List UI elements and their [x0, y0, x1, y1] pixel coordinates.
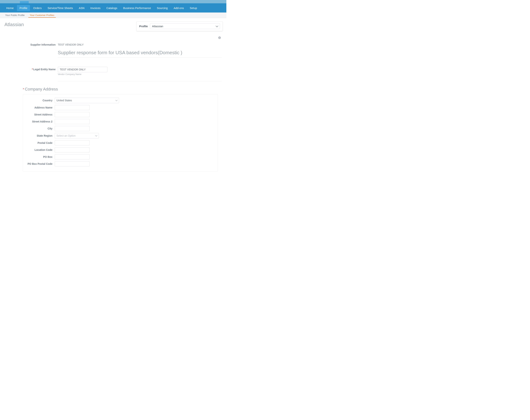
input-legal-entity-name[interactable]: [58, 67, 107, 72]
company-address-box: Country United States Address Name Stree…: [23, 94, 218, 172]
profile-selector-card: Profile Atlassian: [136, 21, 223, 31]
profile-selector-dropdown[interactable]: Atlassian: [150, 23, 220, 29]
placeholder-state-region: Select an Option: [57, 134, 76, 137]
value-country: United States: [57, 99, 72, 102]
nav-asn[interactable]: ASN: [76, 5, 87, 11]
top-strip: [0, 0, 226, 3]
input-po-box[interactable]: [55, 154, 90, 159]
hint-legal-entity-name: Vendor Company Name: [58, 73, 107, 76]
label-address-name: Address Name: [25, 106, 55, 109]
subnav-customer-profiles[interactable]: Your Customer Profiles: [28, 13, 56, 18]
label-legal-entity-name: *Legal Entity Name: [23, 67, 58, 71]
label-city: City: [25, 127, 55, 130]
nav-service-time-sheets[interactable]: Service/Time Sheets: [45, 5, 75, 11]
label-street-address-2: Street Address 2: [25, 120, 55, 123]
label-po-box-postal-code: PO Box Postal Code: [25, 162, 55, 165]
label-postal-code: Postal Code: [25, 141, 55, 144]
chevron-down-icon: [95, 134, 97, 136]
required-marker: *: [23, 87, 24, 91]
form-heading: Supplier response form for USA based ven…: [58, 50, 221, 57]
sub-nav: Your Public Profile Your Customer Profil…: [0, 13, 226, 18]
nav-home[interactable]: Home: [4, 5, 16, 11]
input-po-box-postal-code[interactable]: [55, 161, 90, 167]
nav-sourcing[interactable]: Sourcing: [154, 5, 170, 11]
profile-selector-value: Atlassian: [152, 25, 163, 28]
label-supplier-information: Supplier Information: [23, 42, 58, 46]
input-city[interactable]: [55, 126, 90, 131]
nav-orders[interactable]: Orders: [31, 5, 44, 11]
chevron-down-icon: [216, 25, 218, 27]
nav-catalogs[interactable]: Catalogs: [104, 5, 120, 11]
info-icon[interactable]: i: [218, 36, 221, 39]
label-country: Country: [25, 99, 55, 102]
label-state-region: State Region: [25, 134, 55, 137]
profile-selector-label: Profile: [139, 25, 148, 28]
main-nav: Home Profile Orders Service/Time Sheets …: [0, 3, 226, 13]
input-address-name[interactable]: [55, 105, 90, 110]
divider: [58, 81, 221, 81]
select-state-region[interactable]: Select an Option: [55, 133, 99, 139]
nav-business-performance[interactable]: Business Performance: [120, 5, 153, 11]
nav-profile[interactable]: Profile: [17, 5, 30, 11]
label-street-address: Street Address: [25, 113, 55, 116]
label-po-box: PO Box: [25, 155, 55, 158]
browser-tab-hint: [20, 1, 29, 3]
nav-setup[interactable]: Setup: [187, 5, 199, 11]
chevron-down-icon: [115, 99, 118, 101]
input-street-address-2[interactable]: [55, 119, 90, 124]
nav-invoices[interactable]: Invoices: [88, 5, 103, 11]
input-location-code[interactable]: [55, 147, 90, 153]
value-supplier-information: TEST VENDOR ONLY: [58, 42, 84, 46]
select-country[interactable]: United States: [55, 98, 119, 103]
nav-add-ons[interactable]: Add-ons: [171, 5, 186, 11]
input-postal-code[interactable]: [55, 140, 90, 145]
input-street-address[interactable]: [55, 112, 90, 117]
label-location-code: Location Code: [25, 148, 55, 151]
section-title-company-address: Company Address: [25, 87, 58, 92]
